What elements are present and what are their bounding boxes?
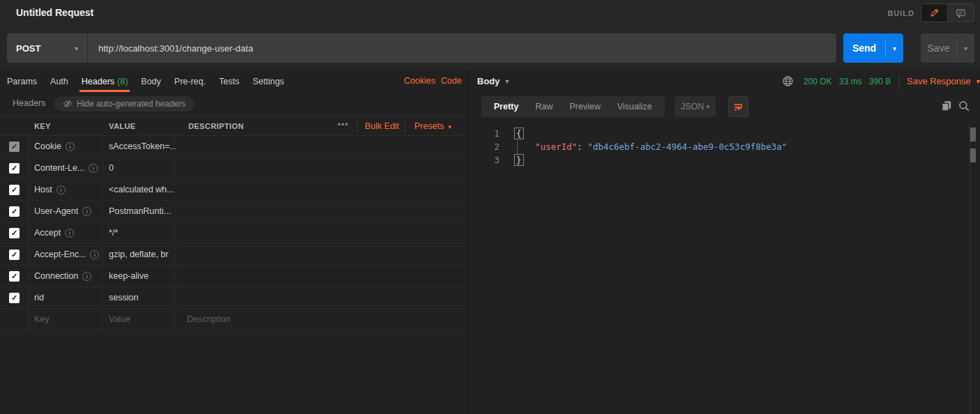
header-key-cell[interactable]: User-Agent i: [29, 201, 103, 222]
header-key-cell[interactable]: Host i: [29, 179, 103, 200]
info-icon[interactable]: i: [56, 185, 66, 194]
tab-settings[interactable]: Settings: [252, 70, 284, 92]
header-key-cell[interactable]: Content-Le... i: [29, 158, 103, 178]
header-value-text: gzip, deflate, br: [109, 250, 168, 259]
edit-mode-button[interactable]: [921, 4, 947, 22]
header-key-cell[interactable]: Connection i: [29, 266, 103, 286]
copy-icon[interactable]: [940, 100, 953, 112]
new-key-input[interactable]: Key: [29, 309, 103, 330]
view-tab-pretty[interactable]: Pretty: [485, 102, 527, 112]
tab-auth[interactable]: Auth: [50, 70, 68, 92]
divider: [405, 121, 405, 132]
header-value-cell[interactable]: keep-alive: [103, 266, 176, 286]
header-description-cell[interactable]: [176, 266, 467, 286]
new-value-input[interactable]: Value: [103, 309, 176, 330]
wrap-lines-button[interactable]: [728, 96, 748, 117]
info-icon[interactable]: i: [89, 164, 98, 173]
hide-autogenerated-toggle[interactable]: Hide auto-generated headers: [54, 96, 194, 112]
info-icon[interactable]: i: [82, 207, 91, 216]
app-window: Untitled Request BUILD POST ▾ http://loc…: [0, 0, 980, 414]
method-select[interactable]: POST ▾: [7, 33, 87, 63]
chevron-down-icon: ▾: [977, 77, 980, 85]
info-icon[interactable]: i: [90, 250, 99, 259]
divider: [357, 121, 358, 132]
more-options-icon[interactable]: •••: [338, 120, 349, 130]
presets-dropdown[interactable]: Presets▾: [414, 121, 451, 131]
editor-scrollbar[interactable]: [970, 123, 970, 414]
save-button-label[interactable]: Save: [921, 33, 956, 63]
header-description-cell[interactable]: [176, 158, 467, 178]
header-checkbox[interactable]: ✓: [9, 271, 20, 282]
response-toolbar: Pretty Raw Preview Visualize JSON ▾: [469, 96, 980, 120]
bracket-guide: [517, 141, 518, 154]
view-tab-raw[interactable]: Raw: [527, 102, 561, 112]
info-icon[interactable]: i: [82, 272, 91, 281]
column-header-value: VALUE: [109, 122, 135, 130]
header-checkbox[interactable]: ✓: [9, 141, 20, 152]
header-key-text: Content-Le...: [34, 163, 84, 173]
tab-tests[interactable]: Tests: [219, 70, 239, 92]
header-checkbox[interactable]: ✓: [9, 250, 20, 260]
new-description-input[interactable]: Description: [176, 309, 467, 330]
header-value-cell[interactable]: sAccessToken=...: [103, 136, 176, 157]
header-value-cell[interactable]: */*: [103, 222, 176, 243]
header-checkbox-cell: ✓: [0, 136, 29, 157]
header-value-text: 0: [109, 163, 114, 173]
header-row: ✓ Accept-Enc... i gzip, deflate, br: [0, 244, 467, 266]
info-icon[interactable]: i: [66, 142, 75, 151]
header-row: ✓ Host i <calculated wh...: [0, 179, 467, 201]
fold-open-brace[interactable]: {: [514, 128, 524, 139]
save-button[interactable]: Save ▾: [921, 33, 974, 63]
tab-body[interactable]: Body: [141, 70, 161, 92]
header-description-cell[interactable]: [176, 222, 467, 243]
header-checkbox[interactable]: ✓: [9, 163, 20, 174]
format-dropdown[interactable]: JSON ▾: [674, 96, 716, 117]
header-description-cell[interactable]: [176, 287, 467, 308]
chevron-down-icon: ▾: [448, 123, 451, 130]
save-options-button[interactable]: ▾: [957, 33, 974, 63]
cookies-link[interactable]: Cookies: [404, 76, 435, 86]
response-body-dropdown[interactable]: Body ▾: [477, 76, 509, 86]
header-key-text: User-Agent: [34, 206, 78, 216]
header-checkbox[interactable]: ✓: [9, 293, 20, 303]
comment-mode-button[interactable]: [947, 4, 974, 22]
view-tab-visualize[interactable]: Visualize: [609, 102, 661, 112]
header-key-cell[interactable]: Accept-Enc... i: [29, 244, 103, 265]
url-input[interactable]: http://localhost:3001/change-user-data: [88, 33, 836, 63]
header-key-cell[interactable]: Accept i: [29, 222, 103, 243]
header-value-text: PostmanRunti...: [109, 206, 171, 216]
header-description-cell[interactable]: [176, 201, 467, 222]
send-options-button[interactable]: ▾: [886, 33, 903, 63]
header-value-cell[interactable]: <calculated wh...: [103, 179, 176, 200]
code-link[interactable]: Code: [441, 76, 462, 86]
header-value-cell[interactable]: PostmanRunti...: [103, 201, 176, 222]
headers-table: KEY VALUE DESCRIPTION ••• Bulk Edit Pres…: [0, 116, 467, 330]
header-checkbox[interactable]: ✓: [9, 206, 20, 217]
tab-headers[interactable]: Headers(8): [82, 70, 128, 92]
header-description-cell[interactable]: [176, 136, 467, 157]
header-description-cell[interactable]: [176, 179, 467, 200]
fold-close-brace[interactable]: }: [514, 154, 524, 166]
header-checkbox[interactable]: ✓: [9, 228, 20, 238]
header-value-cell[interactable]: 0: [103, 158, 176, 178]
bulk-edit-link[interactable]: Bulk Edit: [365, 121, 399, 131]
save-response-dropdown[interactable]: Save Response ▾: [907, 76, 980, 86]
send-button[interactable]: Send ▾: [843, 33, 903, 63]
network-globe-icon[interactable]: [782, 75, 794, 87]
header-key-cell[interactable]: rid i: [29, 287, 103, 308]
view-tab-preview[interactable]: Preview: [561, 102, 608, 112]
header-value-cell[interactable]: gzip, deflate, br: [103, 244, 176, 265]
search-icon[interactable]: [958, 100, 970, 112]
tab-pre-request[interactable]: Pre-req.: [174, 70, 206, 92]
header-value-cell[interactable]: session: [103, 287, 176, 308]
send-button-label[interactable]: Send: [843, 33, 885, 63]
code-line: 3 }: [469, 153, 980, 167]
header-key-cell[interactable]: Cookie i: [29, 136, 103, 157]
response-code-editor[interactable]: 1 { 2 "userId": "db4c6ebf-abc2-4964-abe9…: [469, 123, 980, 414]
status-badge: 200 OK: [804, 77, 832, 86]
info-icon[interactable]: i: [65, 229, 74, 238]
header-row: ✓ Content-Le... i 0: [0, 158, 467, 179]
tab-params[interactable]: Params: [7, 70, 37, 92]
header-checkbox[interactable]: ✓: [9, 185, 20, 195]
header-description-cell[interactable]: [176, 244, 467, 265]
